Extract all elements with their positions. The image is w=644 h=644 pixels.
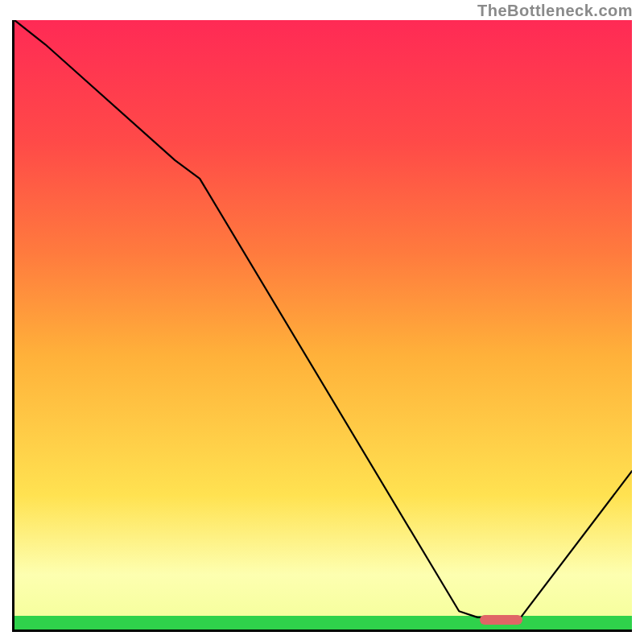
optimal-range-marker xyxy=(480,615,523,625)
chart-plot-area xyxy=(12,20,632,632)
bottleneck-curve-path xyxy=(14,20,632,617)
bottleneck-curve xyxy=(14,20,632,630)
watermark-text: TheBottleneck.com xyxy=(477,2,633,20)
